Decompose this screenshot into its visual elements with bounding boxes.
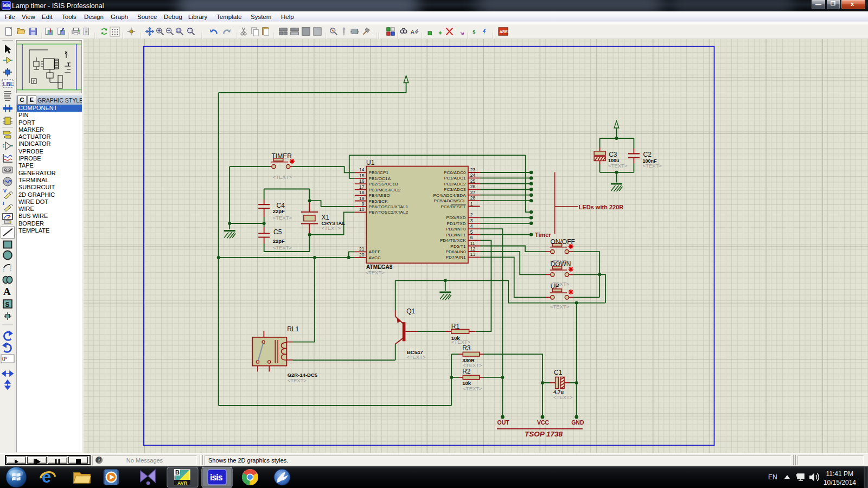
svg-text:<TEXT>: <TEXT> bbox=[550, 281, 570, 287]
svg-text:PB7/TOSC2/XTAL2: PB7/TOSC2/XTAL2 bbox=[369, 210, 409, 215]
svg-text:U1: U1 bbox=[366, 159, 375, 166]
svg-text:LEDs with 220R: LEDs with 220R bbox=[579, 204, 624, 210]
svg-text:Q1: Q1 bbox=[406, 307, 415, 315]
svg-text:AVR: AVR bbox=[177, 480, 188, 486]
svg-text:<TEXT>: <TEXT> bbox=[553, 394, 573, 400]
svg-text:10: 10 bbox=[359, 207, 365, 212]
svg-text:PC3/ADC3: PC3/ADC3 bbox=[444, 187, 466, 192]
svg-text:S: S bbox=[5, 301, 10, 309]
svg-text:PB4/MISO: PB4/MISO bbox=[369, 193, 390, 198]
svg-text:<TEXT>: <TEXT> bbox=[550, 259, 570, 265]
svg-text:18: 18 bbox=[359, 190, 365, 195]
svg-text:27: 27 bbox=[470, 190, 476, 195]
svg-text:TSOP 1738: TSOP 1738 bbox=[525, 430, 563, 438]
svg-text:EN: EN bbox=[768, 473, 777, 481]
svg-text:<TEXT>: <TEXT> bbox=[273, 174, 292, 180]
svg-text:PD7/AIN1: PD7/AIN1 bbox=[446, 255, 467, 260]
svg-text:PB1/OC1A: PB1/OC1A bbox=[369, 176, 391, 181]
svg-text:AVCC: AVCC bbox=[369, 255, 381, 260]
svg-text:GND: GND bbox=[571, 419, 584, 426]
svg-text:A: A bbox=[3, 286, 11, 297]
svg-text:PC6/RESET: PC6/RESET bbox=[441, 204, 465, 209]
svg-text:11:41 PM: 11:41 PM bbox=[826, 470, 853, 478]
svg-text:4: 4 bbox=[470, 223, 473, 229]
svg-text:14: 14 bbox=[359, 167, 365, 172]
svg-text:28: 28 bbox=[470, 195, 476, 201]
svg-text:16: 16 bbox=[359, 178, 365, 184]
svg-text:OUT: OUT bbox=[497, 419, 510, 426]
svg-text:PC4/ADC4/SDA: PC4/ADC4/SDA bbox=[433, 193, 466, 198]
svg-text:PB6/TOSC1/XTAL1: PB6/TOSC1/XTAL1 bbox=[369, 204, 409, 209]
svg-text:<TEXT>: <TEXT> bbox=[550, 304, 570, 310]
svg-text:<TEXT>: <TEXT> bbox=[608, 163, 628, 169]
svg-text:11: 11 bbox=[470, 241, 475, 246]
svg-text:PB2/SS/OC1B: PB2/SS/OC1B bbox=[369, 182, 398, 187]
svg-text:17: 17 bbox=[359, 184, 365, 190]
svg-text:C5: C5 bbox=[273, 228, 282, 236]
svg-text:<TEXT>: <TEXT> bbox=[463, 386, 482, 391]
svg-text:AREF: AREF bbox=[369, 249, 381, 254]
svg-text:R1: R1 bbox=[451, 323, 460, 330]
svg-text:21: 21 bbox=[359, 246, 365, 252]
svg-text:C1: C1 bbox=[554, 369, 563, 376]
svg-text:PD1/TXD: PD1/TXD bbox=[447, 221, 466, 226]
svg-text:<TEXT>: <TEXT> bbox=[321, 225, 341, 231]
svg-text:<TEXT>: <TEXT> bbox=[273, 215, 292, 221]
svg-text:1: 1 bbox=[470, 201, 473, 207]
svg-text:13: 13 bbox=[470, 252, 476, 257]
svg-text:<TEXT>: <TEXT> bbox=[642, 163, 662, 169]
svg-text:20: 20 bbox=[359, 252, 365, 258]
svg-text:PD0/RXD: PD0/RXD bbox=[446, 215, 466, 220]
svg-text:TIMER: TIMER bbox=[272, 152, 292, 160]
svg-text:<TEXT>: <TEXT> bbox=[288, 377, 307, 383]
svg-text:<TEXT>: <TEXT> bbox=[406, 354, 426, 360]
svg-text:PD5/T1: PD5/T1 bbox=[450, 244, 466, 249]
svg-text:5: 5 bbox=[470, 229, 473, 235]
svg-text:PC1/ADC1: PC1/ADC1 bbox=[444, 176, 466, 181]
svg-text:V: V bbox=[3, 188, 7, 194]
svg-text:15: 15 bbox=[359, 173, 365, 178]
svg-text:PD6/AIN0: PD6/AIN0 bbox=[446, 249, 467, 254]
svg-text:PC2/ADC2: PC2/ADC2 bbox=[444, 182, 466, 187]
svg-text:26: 26 bbox=[470, 184, 476, 189]
svg-text:3: 3 bbox=[470, 218, 473, 223]
svg-text:22pF: 22pF bbox=[273, 208, 285, 214]
svg-text:6: 6 bbox=[470, 235, 473, 240]
svg-text:I: I bbox=[3, 201, 4, 206]
svg-text:ON/OFF: ON/OFF bbox=[551, 238, 575, 246]
svg-text:24: 24 bbox=[470, 172, 476, 178]
svg-text:23: 23 bbox=[470, 167, 476, 172]
svg-text:PB5/SCK: PB5/SCK bbox=[369, 199, 388, 204]
svg-text:PB3/MOSI/OC2: PB3/MOSI/OC2 bbox=[369, 188, 401, 192]
svg-text:C3: C3 bbox=[609, 151, 617, 158]
svg-text:ARES: ARES bbox=[500, 29, 510, 34]
svg-text:G2R-14-DC5: G2R-14-DC5 bbox=[288, 372, 318, 378]
svg-text:R3: R3 bbox=[462, 344, 471, 352]
svg-text:Timer: Timer bbox=[535, 232, 551, 238]
svg-text:A: A bbox=[411, 29, 414, 35]
svg-text:e: e bbox=[42, 467, 51, 486]
svg-text:PC0/ADC0: PC0/ADC0 bbox=[444, 170, 466, 175]
svg-text:R2: R2 bbox=[462, 368, 471, 375]
svg-text:9: 9 bbox=[362, 201, 365, 207]
svg-text:<TEXT>: <TEXT> bbox=[273, 245, 292, 251]
svg-text:10/15/2014: 10/15/2014 bbox=[824, 479, 856, 486]
svg-text:PD2/INT0: PD2/INT0 bbox=[446, 227, 466, 232]
svg-text:VCC: VCC bbox=[537, 419, 550, 426]
svg-text:C2: C2 bbox=[643, 151, 652, 158]
svg-text:LBL: LBL bbox=[3, 81, 14, 87]
svg-text:B: B bbox=[175, 469, 180, 476]
svg-text:<TEXT>: <TEXT> bbox=[365, 269, 385, 275]
svg-text:12: 12 bbox=[470, 246, 476, 252]
svg-text:$: $ bbox=[473, 29, 475, 35]
svg-text:PC5/ADC5/SCL: PC5/ADC5/SCL bbox=[433, 198, 466, 203]
svg-text:2: 2 bbox=[470, 212, 473, 217]
svg-text:isis: isis bbox=[210, 473, 223, 482]
svg-text:19: 19 bbox=[359, 196, 365, 201]
svg-text:PD3/INT1: PD3/INT1 bbox=[446, 233, 466, 237]
svg-text:<TEXT>: <TEXT> bbox=[451, 339, 471, 345]
svg-text:0°: 0° bbox=[2, 356, 8, 362]
svg-text:RL1: RL1 bbox=[287, 325, 299, 333]
svg-text:PD4/T0/XCK: PD4/T0/XCK bbox=[440, 238, 466, 243]
svg-text:PB0/ICP1: PB0/ICP1 bbox=[369, 170, 389, 175]
